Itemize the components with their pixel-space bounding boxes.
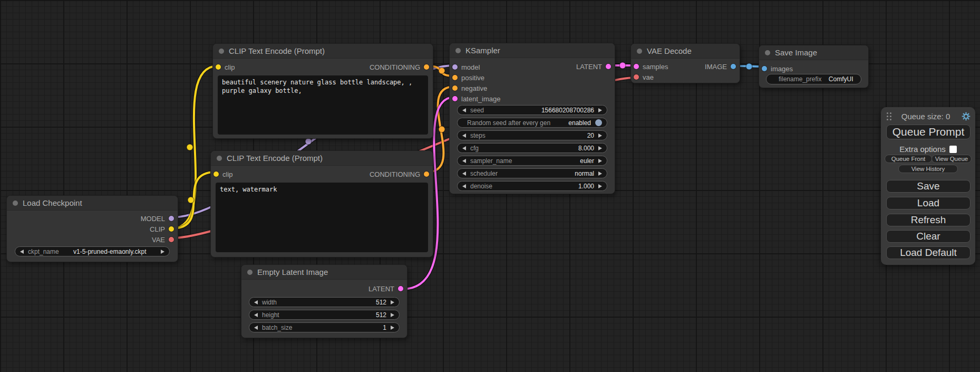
slot-dot-model[interactable] — [452, 64, 458, 70]
collapse-dot-icon[interactable] — [13, 201, 18, 206]
sampler-name-widget[interactable]: sampler_name euler — [457, 156, 607, 166]
slot-dot-conditioning-output[interactable] — [424, 171, 429, 177]
collapse-dot-icon[interactable] — [765, 50, 770, 55]
right-arrow-icon[interactable] — [598, 171, 602, 176]
slot-label: clip — [225, 63, 235, 71]
refresh-button[interactable]: Refresh — [886, 214, 971, 226]
left-arrow-icon[interactable] — [462, 159, 466, 163]
random-seed-toggle-widget[interactable]: Random seed after every gen enabled — [457, 118, 607, 128]
node-vae-decode[interactable]: VAE Decode samples IMAGE vae — [630, 43, 740, 83]
prompt-textarea[interactable]: text, watermark — [216, 183, 428, 252]
collapse-dot-icon[interactable] — [247, 270, 253, 275]
slot-dot-images[interactable] — [762, 66, 767, 71]
left-arrow-icon[interactable] — [462, 108, 466, 112]
queue-prompt-button[interactable]: Queue Prompt — [886, 125, 971, 139]
slot-dot-latent[interactable] — [606, 64, 611, 69]
collapse-dot-icon[interactable] — [455, 48, 461, 53]
node-save-image[interactable]: Save Image images filename_prefix ComfyU… — [759, 45, 869, 88]
collapse-dot-icon[interactable] — [219, 49, 224, 54]
input-slot-negative[interactable]: negative — [450, 83, 615, 93]
node-header[interactable]: VAE Decode — [631, 44, 740, 59]
node-graph-canvas[interactable]: Load Checkpoint MODEL CLIP VAE ckpt_name… — [0, 0, 980, 372]
slot-dot-latent[interactable] — [452, 96, 458, 101]
node-clip-text-encode-positive[interactable]: CLIP Text Encode (Prompt) clip CONDITION… — [212, 43, 433, 139]
view-history-button[interactable]: View History — [898, 165, 958, 173]
collapse-dot-icon[interactable] — [637, 49, 642, 54]
widget-label: Random seed after every gen — [462, 119, 550, 127]
input-slot-images[interactable]: images — [759, 63, 868, 74]
width-widget[interactable]: width 512 — [249, 297, 400, 307]
node-header[interactable]: Load Checkpoint — [7, 196, 178, 211]
slot-dot-conditioning-output[interactable] — [424, 64, 429, 70]
slot-dot-conditioning[interactable] — [452, 75, 458, 80]
slot-dot-vae[interactable] — [169, 237, 174, 242]
filename-prefix-widget[interactable]: filename_prefix ComfyUI — [766, 74, 861, 84]
left-arrow-icon[interactable] — [254, 326, 258, 330]
right-arrow-icon[interactable] — [598, 108, 602, 112]
batch-size-widget[interactable]: batch_size 1 — [249, 322, 400, 332]
cfg-widget[interactable]: cfg 8.000 — [457, 143, 607, 153]
toggle-icon[interactable] — [595, 119, 602, 126]
node-header[interactable]: CLIP Text Encode (Prompt) — [213, 44, 433, 59]
left-arrow-icon[interactable] — [20, 250, 24, 254]
node-header[interactable]: CLIP Text Encode (Prompt) — [211, 151, 433, 166]
slot-dot-conditioning[interactable] — [452, 85, 458, 91]
output-slot-model[interactable]: MODEL — [7, 213, 178, 224]
input-slot-vae[interactable]: vae — [631, 72, 740, 82]
drag-handle-icon[interactable] — [887, 112, 888, 114]
load-default-button[interactable]: Load Default — [886, 246, 971, 259]
right-arrow-icon[interactable] — [391, 313, 394, 317]
right-arrow-icon[interactable] — [598, 146, 602, 150]
widget-label: height — [262, 311, 279, 319]
ckpt-name-widget[interactable]: ckpt_name v1-5-pruned-emaonly.ckpt — [15, 246, 170, 256]
slot-dot-clip-input[interactable] — [216, 64, 221, 70]
save-button[interactable]: Save — [886, 180, 971, 193]
slot-dot-vae[interactable] — [634, 74, 639, 80]
right-arrow-icon[interactable] — [598, 133, 602, 138]
right-arrow-icon[interactable] — [598, 184, 602, 188]
output-slot-latent[interactable]: LATENT — [548, 61, 615, 72]
load-button[interactable]: Load — [886, 197, 971, 209]
denoise-widget[interactable]: denoise 1.000 — [457, 181, 607, 191]
right-arrow-icon[interactable] — [391, 300, 394, 304]
queue-front-button[interactable]: Queue Front — [885, 155, 932, 163]
node-load-checkpoint[interactable]: Load Checkpoint MODEL CLIP VAE ckpt_name… — [6, 195, 178, 262]
left-arrow-icon[interactable] — [254, 313, 258, 317]
slot-dot-clip-input[interactable] — [214, 171, 219, 177]
node-clip-text-encode-negative[interactable]: CLIP Text Encode (Prompt) clip CONDITION… — [210, 150, 433, 257]
input-slot-latent-image[interactable]: latent_image — [450, 93, 615, 104]
extra-options-checkbox[interactable] — [949, 146, 957, 153]
scheduler-widget[interactable]: scheduler normal — [457, 168, 607, 178]
output-slot-clip[interactable]: CLIP — [7, 224, 178, 234]
input-slot-positive[interactable]: positive — [450, 72, 615, 83]
prompt-textarea[interactable]: beautiful scenery nature glass bottle la… — [218, 75, 428, 135]
left-arrow-icon[interactable] — [462, 184, 466, 188]
left-arrow-icon[interactable] — [462, 171, 466, 176]
node-header[interactable]: KSampler — [450, 43, 615, 58]
right-arrow-icon[interactable] — [598, 159, 602, 163]
node-header[interactable]: Save Image — [759, 45, 868, 60]
steps-widget[interactable]: steps 20 — [457, 130, 607, 140]
right-arrow-icon[interactable] — [161, 250, 164, 254]
collapse-dot-icon[interactable] — [217, 156, 222, 161]
output-slot-latent[interactable]: LATENT — [241, 283, 407, 294]
left-arrow-icon[interactable] — [462, 146, 466, 150]
node-header[interactable]: Empty Latent Image — [241, 265, 407, 280]
slot-dot-samples-input[interactable] — [634, 64, 639, 69]
node-title: Load Checkpoint — [23, 198, 82, 207]
node-empty-latent-image[interactable]: Empty Latent Image LATENT width 512 heig… — [241, 264, 407, 338]
left-arrow-icon[interactable] — [462, 133, 466, 138]
clear-button[interactable]: Clear — [886, 230, 971, 243]
slot-dot-image-output[interactable] — [731, 64, 736, 69]
view-queue-button[interactable]: View Queue — [932, 155, 972, 163]
gear-icon[interactable] — [962, 112, 971, 121]
slot-dot-latent[interactable] — [398, 286, 403, 291]
seed-widget[interactable]: seed 156680208700286 — [457, 105, 607, 115]
node-ksampler[interactable]: KSampler LATENT model positive negative … — [449, 43, 615, 194]
slot-dot-model[interactable] — [169, 216, 174, 221]
slot-dot-clip[interactable] — [169, 226, 174, 232]
height-widget[interactable]: height 512 — [249, 310, 400, 320]
left-arrow-icon[interactable] — [254, 300, 258, 304]
output-slot-vae[interactable]: VAE — [7, 234, 178, 245]
right-arrow-icon[interactable] — [391, 326, 394, 330]
